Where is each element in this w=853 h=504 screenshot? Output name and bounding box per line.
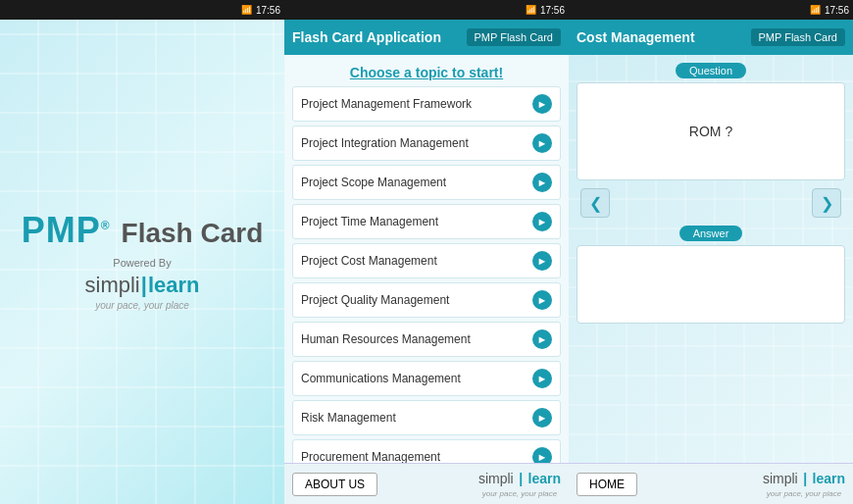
footer-simpli-text: simpli bbox=[478, 471, 514, 486]
menu-item-procurement[interactable]: Procurement Management ► bbox=[292, 439, 561, 463]
choose-topic-heading: Choose a topic to start! bbox=[284, 55, 569, 86]
menu-item-label: Procurement Management bbox=[301, 450, 440, 463]
panel-flashcard: 📶 17:56 Cost Management PMP Flash Card Q… bbox=[569, 0, 853, 504]
menu-arrow-icon: ► bbox=[532, 133, 552, 153]
panel2-footer: ABOUT US simpli | learn your pace, your … bbox=[284, 463, 569, 504]
panel-menu: 📶 17:56 Flash Card Application PMP Flash… bbox=[284, 0, 569, 504]
status-icons-3: 📶 17:56 bbox=[810, 5, 849, 16]
menu-item-integration[interactable]: Project Integration Management ► bbox=[292, 126, 561, 161]
cost-management-header: Cost Management PMP Flash Card bbox=[569, 20, 853, 55]
answer-section: Answer bbox=[577, 226, 845, 324]
status-icons-2: 📶 17:56 bbox=[526, 5, 565, 16]
menu-arrow-icon: ► bbox=[532, 329, 552, 349]
menu-arrow-icon: ► bbox=[532, 251, 552, 271]
menu-item-label: Human Resources Management bbox=[301, 332, 471, 346]
flash-card-text: Flash Card bbox=[122, 218, 264, 248]
footer3-logo-row: simpli | learn bbox=[763, 470, 845, 487]
footer3-pipe: | bbox=[803, 471, 807, 486]
about-us-button[interactable]: ABOUT US bbox=[292, 473, 377, 496]
menu-item-label: Project Scope Management bbox=[301, 176, 446, 189]
menu-item-label: Project Management Framework bbox=[301, 97, 472, 111]
menu-arrow-icon: ► bbox=[532, 212, 552, 231]
home-button[interactable]: HOME bbox=[577, 473, 637, 496]
menu-item-label: Communications Management bbox=[301, 372, 461, 385]
footer-simplilearn-logo: simpli | learn your pace, your place bbox=[478, 470, 561, 498]
menu-item-risk[interactable]: Risk Management ► bbox=[292, 400, 561, 435]
question-card: ROM ? bbox=[577, 82, 845, 180]
flashcard-body: Question ROM ? ❮ ❯ Answer bbox=[569, 55, 853, 463]
footer3-simpli-text: simpli bbox=[763, 471, 798, 486]
menu-item-hr[interactable]: Human Resources Management ► bbox=[292, 322, 561, 357]
pipe-separator: | bbox=[141, 273, 147, 298]
panel-brand: 📶 17:56 PMP® Flash Card Powered By simpl… bbox=[0, 0, 284, 504]
question-section: Question ROM ? bbox=[577, 63, 845, 180]
learn-text: learn bbox=[148, 273, 200, 298]
menu-item-label: Risk Management bbox=[301, 411, 396, 425]
footer-logo-row: simpli | learn bbox=[478, 470, 561, 487]
panel3-footer: HOME simpli | learn your pace, your plac… bbox=[569, 463, 853, 504]
menu-arrow-icon: ► bbox=[532, 94, 552, 114]
navigation-section: ❮ ❯ bbox=[577, 188, 845, 218]
status-bar-1: 📶 17:56 bbox=[0, 0, 284, 20]
menu-item-framework[interactable]: Project Management Framework ► bbox=[292, 86, 561, 122]
pmp-text: PMP® bbox=[22, 210, 122, 250]
menu-item-label: Project Cost Management bbox=[301, 254, 437, 268]
menu-arrow-icon: ► bbox=[532, 447, 552, 463]
brand-container: PMP® Flash Card Powered By simpli | lear… bbox=[22, 213, 264, 311]
registered-symbol: ® bbox=[101, 219, 111, 232]
footer3-simplilearn-logo: simpli | learn your pace, your place bbox=[763, 470, 845, 498]
menu-item-cost[interactable]: Project Cost Management ► bbox=[292, 243, 561, 278]
pmp-flash-badge: PMP Flash Card bbox=[467, 28, 562, 46]
footer-pipe: | bbox=[519, 471, 523, 486]
simpli-text: simpli bbox=[85, 273, 140, 298]
answer-badge: Answer bbox=[679, 226, 743, 241]
question-text: ROM ? bbox=[689, 124, 732, 139]
footer-learn-text: learn bbox=[528, 471, 561, 486]
simplilearn-logo: simpli | learn bbox=[85, 273, 200, 298]
powered-by-label: Powered By bbox=[113, 257, 171, 269]
question-badge: Question bbox=[676, 63, 746, 78]
menu-arrow-icon: ► bbox=[532, 408, 552, 428]
footer3-learn-text: learn bbox=[813, 471, 845, 486]
menu-arrow-icon: ► bbox=[532, 173, 552, 192]
menu-item-communications[interactable]: Communications Management ► bbox=[292, 361, 561, 396]
tagline-text: your pace, your place bbox=[95, 300, 189, 311]
menu-item-label: Project Integration Management bbox=[301, 136, 469, 150]
menu-item-label: Project Quality Management bbox=[301, 293, 449, 307]
app-header-title: Flash Card Application bbox=[292, 29, 441, 45]
menu-item-quality[interactable]: Project Quality Management ► bbox=[292, 282, 561, 318]
menu-item-scope[interactable]: Project Scope Management ► bbox=[292, 165, 561, 200]
status-bar-3: 📶 17:56 bbox=[569, 0, 853, 20]
app-header: Flash Card Application PMP Flash Card bbox=[284, 20, 569, 55]
status-icons-1: 📶 17:56 bbox=[241, 5, 280, 16]
menu-item-time[interactable]: Project Time Management ► bbox=[292, 204, 561, 239]
menu-arrow-icon: ► bbox=[532, 369, 552, 388]
menu-item-label: Project Time Management bbox=[301, 215, 438, 228]
footer3-tagline: your pace, your place bbox=[767, 489, 842, 498]
brand-screen: PMP® Flash Card Powered By simpli | lear… bbox=[0, 20, 284, 504]
menu-arrow-icon: ► bbox=[532, 290, 552, 310]
answer-card bbox=[577, 245, 845, 324]
cost-pmp-badge: PMP Flash Card bbox=[751, 28, 846, 46]
cost-management-title: Cost Management bbox=[577, 29, 695, 45]
next-arrow-button[interactable]: ❯ bbox=[812, 188, 841, 218]
topic-menu-list: Project Management Framework ► Project I… bbox=[284, 86, 569, 463]
pmp-flash-card-title: PMP® Flash Card bbox=[22, 213, 264, 249]
prev-arrow-button[interactable]: ❮ bbox=[580, 188, 610, 218]
status-bar-2: 📶 17:56 bbox=[284, 0, 569, 20]
footer-tagline: your pace, your place bbox=[482, 489, 558, 498]
